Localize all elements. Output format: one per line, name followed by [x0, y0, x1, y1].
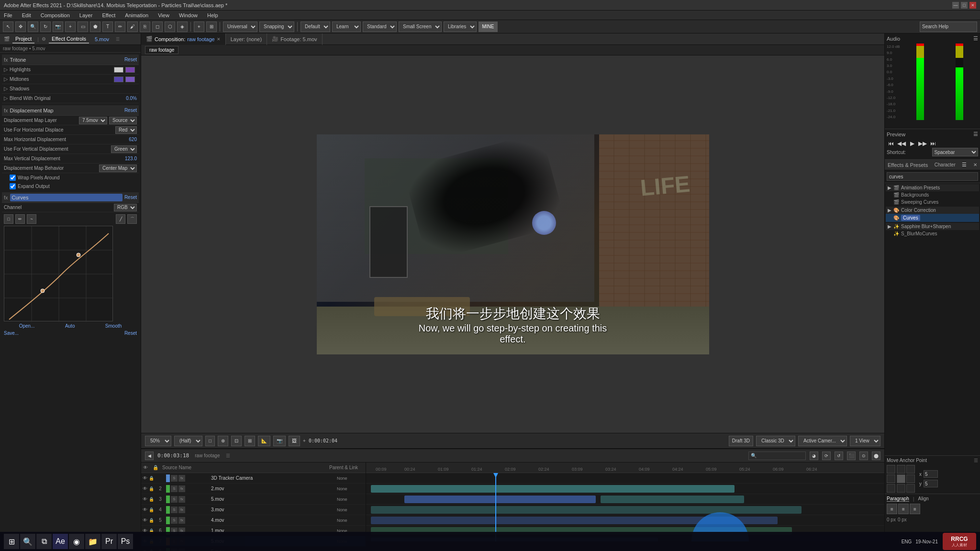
curves-pencil-btn[interactable]: ✏	[15, 214, 25, 224]
effects-character-tab[interactable]: Character	[935, 162, 956, 167]
layer-lock-camera[interactable]: 🔒	[149, 476, 156, 481]
map-cell-bc[interactable]	[897, 484, 905, 493]
camera-select[interactable]: Active Camer...	[798, 436, 847, 446]
shortcut-select[interactable]: Spacebar	[932, 148, 979, 156]
comp-tab-layer[interactable]: Layer: (none)	[226, 33, 267, 45]
tool-move[interactable]: ✥	[15, 22, 26, 32]
align-center-btn[interactable]: ≡	[898, 504, 909, 514]
tl-loop-btn[interactable]: ↺	[835, 452, 843, 460]
tool-text[interactable]: T	[102, 22, 113, 32]
learn-dropdown[interactable]: Learn	[332, 22, 361, 32]
view-preset-dropdown[interactable]: Default	[301, 22, 330, 32]
toggle-rulers-btn[interactable]: 📐	[258, 436, 270, 446]
clip-4[interactable]	[371, 506, 802, 514]
layer-solo-5[interactable]: S	[171, 517, 178, 524]
menu-help[interactable]: Help	[205, 12, 220, 18]
small-screen-dropdown[interactable]: Small Screen	[399, 22, 442, 32]
layer-eye-5[interactable]: 👁	[141, 518, 149, 523]
effects-search-input[interactable]	[887, 172, 978, 181]
snapping-dropdown[interactable]: Snapping	[259, 22, 294, 32]
map-x-input[interactable]	[924, 470, 938, 478]
tool-select[interactable]: ↖	[3, 22, 13, 32]
tritone-highlights-swatch2[interactable]	[125, 67, 135, 73]
effects-item-blur-curves[interactable]: ✨ S_BlurMoCurves	[886, 230, 979, 237]
menu-animation[interactable]: Animation	[123, 12, 150, 18]
layer-lock-2[interactable]: 🔒	[149, 486, 156, 491]
maximize-button[interactable]: □	[961, 2, 968, 9]
layer-lock-4[interactable]: 🔒	[149, 507, 156, 512]
minimize-button[interactable]: —	[952, 2, 959, 9]
clip-5[interactable]	[371, 517, 778, 524]
search-button[interactable]: 🔍	[20, 534, 35, 549]
comp-tab-composition[interactable]: 🎬 Composition: raw footage ✕	[141, 33, 226, 45]
preview-step-back[interactable]: ◀◀	[897, 139, 906, 148]
displ-use-horiz-select[interactable]: Red	[115, 126, 137, 134]
layer-eye-2[interactable]: 👁	[141, 486, 149, 491]
effects-group-color-header[interactable]: ▶ 🎨 Color Correction	[886, 207, 979, 214]
track-row-4[interactable]	[366, 505, 884, 515]
curves-reset-bottom-btn[interactable]: Reset	[124, 331, 137, 336]
preview-play-pause[interactable]: ▶	[908, 139, 916, 148]
map-cell-tc[interactable]	[897, 465, 905, 474]
taskbar-ae-icon[interactable]: Ae	[53, 534, 68, 549]
menu-file[interactable]: File	[2, 12, 14, 18]
preview-skip-start[interactable]: ⏮	[887, 139, 895, 148]
curves-header[interactable]: fx Curves Reset	[2, 192, 139, 203]
curves-auto-btn[interactable]: Auto	[65, 323, 75, 329]
tab-effect-controls[interactable]: Effect Controls	[49, 35, 89, 44]
clip-3a[interactable]	[404, 496, 596, 503]
tool-anchor[interactable]: +	[65, 22, 76, 32]
curves-line-btn[interactable]: ╱	[116, 214, 125, 224]
toggle-alpha-btn[interactable]: □	[205, 436, 215, 446]
effects-item-backgrounds[interactable]: 🎬 Backgrounds	[886, 191, 979, 198]
menu-view[interactable]: View	[156, 12, 171, 18]
tl-draft-btn[interactable]: ⟳	[822, 452, 831, 460]
workspace-dropdown[interactable]: Universal	[223, 22, 257, 32]
preview-menu[interactable]: ☰	[973, 131, 978, 137]
displ-behavior-select[interactable]: Center Map	[99, 165, 137, 172]
standard-dropdown[interactable]: Standard	[363, 22, 397, 32]
clip-3b[interactable]	[601, 496, 744, 503]
layer-fx-1[interactable]: fx	[178, 475, 185, 482]
tool-shape[interactable]: ⬟	[90, 22, 100, 32]
tritone-reset[interactable]: Reset	[124, 57, 137, 62]
displ-expand-checkbox[interactable]	[10, 183, 16, 189]
map-cell-br[interactable]	[906, 484, 915, 493]
layer-solo-1[interactable]: S	[171, 475, 178, 482]
tool-zoom[interactable]: 🔍	[28, 22, 38, 32]
search-help-input[interactable]	[920, 22, 977, 32]
layer-solo-4[interactable]: S	[171, 507, 178, 513]
map-cell-mc[interactable]	[897, 474, 905, 483]
tl-cache-btn[interactable]: ⬛	[847, 452, 856, 460]
layer-fx-3[interactable]: fx	[178, 496, 185, 503]
tool-clone[interactable]: ⎘	[140, 22, 150, 32]
task-view-button[interactable]: ⧉	[36, 534, 52, 549]
snapshot-btn[interactable]: 📷	[273, 436, 286, 446]
layer-eye-4[interactable]: 👁	[141, 507, 149, 512]
map-cell-bl[interactable]	[887, 484, 895, 493]
layer-lock-5[interactable]: 🔒	[149, 518, 156, 523]
menu-composition[interactable]: Composition	[39, 12, 72, 18]
tool-pen[interactable]: ✏	[115, 22, 125, 32]
track-row-2[interactable]	[366, 484, 884, 494]
map-cell-mr[interactable]	[906, 474, 915, 483]
preview-skip-end[interactable]: ⏭	[929, 139, 937, 148]
tool-align[interactable]: ⊞	[206, 22, 217, 32]
tritone-midtones-swatch[interactable]	[114, 77, 123, 82]
tab-project[interactable]: Project	[12, 35, 34, 44]
effects-group-sapphire-header[interactable]: ▶ ✨ Sapphire Blur+Sharpen	[886, 223, 979, 230]
taskbar-premiere-icon[interactable]: Pr	[101, 534, 117, 549]
renderer-select[interactable]: Classic 3D	[756, 436, 795, 446]
toggle-rgb-btn[interactable]: ⊕	[218, 436, 228, 446]
map-cell-tl[interactable]	[887, 465, 895, 474]
layer-solo-2[interactable]: S	[171, 485, 178, 492]
toggle-safe-btn[interactable]: ⊡	[231, 436, 242, 446]
effects-group-animation-header[interactable]: ▶ 🎬 Animation Presets	[886, 184, 979, 191]
tritone-blend-value[interactable]: 0.0%	[118, 96, 137, 101]
menu-effect[interactable]: Effect	[100, 12, 117, 18]
curves-save-btn[interactable]: Save...	[4, 331, 19, 336]
align-right-btn[interactable]: ≡	[910, 504, 920, 514]
displ-source-select[interactable]: Source	[109, 117, 137, 124]
raw-footage-subtab[interactable]: raw footage	[145, 46, 178, 54]
tool-rotate[interactable]: ↻	[40, 22, 51, 32]
